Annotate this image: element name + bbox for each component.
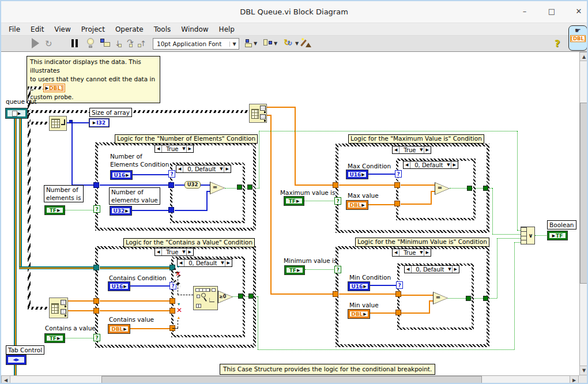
next-case-icon[interactable]: ▶ — [452, 266, 459, 273]
menu-project[interactable]: Project — [76, 24, 110, 35]
boolean-label: Boolean — [547, 220, 576, 229]
terminal-type: U16 — [111, 284, 123, 289]
i32-indicator[interactable]: ▶ I32 — [89, 119, 109, 127]
tunnel — [93, 265, 99, 270]
array-max-min-node[interactable] — [49, 298, 68, 318]
array-size-node[interactable] — [49, 116, 67, 131]
pause-icon[interactable] — [76, 39, 78, 47]
reorder-dropdown-icon[interactable]: ▼ — [295, 41, 299, 46]
case-selector[interactable]: ◀ True ▼ ▶ — [392, 249, 431, 257]
distribute-objects-icon[interactable] — [263, 39, 267, 46]
distribute-objects-dropdown-icon[interactable]: ▼ — [274, 41, 277, 46]
highlight-execution-icon-base — [89, 46, 92, 48]
array-strip-icon — [195, 288, 210, 292]
terminal-type: TF — [556, 233, 563, 239]
menu-operate[interactable]: Operate — [110, 24, 149, 35]
contains-value-control[interactable]: DBL ▶ — [108, 325, 130, 333]
font-selector-value: 10pt Application Font — [153, 40, 229, 47]
reorder-icon[interactable]: ↻ — [287, 40, 292, 47]
align-objects-icon[interactable] — [245, 43, 252, 47]
case-selector[interactable]: ◀ True ▼ ▶ — [154, 145, 194, 153]
num-elements-is-indicator[interactable]: TF ▶ — [45, 206, 65, 214]
next-case-icon[interactable]: ▶ — [186, 249, 193, 255]
boolean-wire — [535, 235, 548, 236]
next-case-icon[interactable]: ▶ — [225, 259, 232, 266]
next-case-icon[interactable]: ▶ — [186, 145, 193, 152]
run-button-icon[interactable] — [32, 38, 39, 48]
equal-node[interactable]: = — [210, 182, 225, 194]
prev-case-icon[interactable]: ◀ — [393, 146, 399, 153]
max-condition-control[interactable]: U16 ▶ — [346, 170, 368, 179]
maximize-button[interactable]: □ — [543, 3, 560, 20]
case-selector[interactable]: ◀ 0, Default ▼ ▶ — [176, 165, 231, 173]
distribute-objects-icon[interactable] — [269, 41, 272, 44]
menu-file[interactable]: File — [3, 24, 25, 35]
menu-view[interactable]: View — [49, 24, 76, 35]
equal-node[interactable]: = — [433, 292, 448, 304]
min-value-control[interactable]: DBL ▶ — [348, 310, 370, 318]
num-elements-condition-control[interactable]: U16 ▶ — [111, 171, 132, 179]
highlight-execution-icon[interactable] — [87, 38, 94, 45]
scroll-left-icon[interactable]: ◀ — [1, 375, 10, 384]
tunnel — [466, 296, 471, 301]
min-condition-control[interactable]: U16 ▶ — [348, 282, 370, 291]
chevron-down-icon[interactable]: ▼ — [229, 42, 239, 47]
prev-case-icon[interactable]: ◀ — [155, 145, 162, 152]
scroll-right-icon[interactable]: ▶ — [570, 375, 579, 384]
case-selector[interactable]: ◀ True ▼ ▶ — [154, 248, 194, 256]
menu-help[interactable]: Help — [214, 24, 240, 35]
context-help-icon[interactable]: ? — [555, 38, 560, 49]
case-selector[interactable]: ◀ 0, Default ▼ ▶ — [177, 259, 232, 267]
case-selector[interactable]: ◀ 0, Default ▼ ▶ — [403, 161, 458, 169]
pause-icon[interactable] — [71, 39, 74, 47]
case-selector[interactable]: ◀ True ▼ ▶ — [392, 146, 431, 154]
scroll-down-icon[interactable]: ▼ — [579, 366, 588, 375]
next-case-icon[interactable]: ▶ — [424, 249, 431, 256]
align-objects-icon[interactable] — [246, 39, 249, 43]
tab-control-terminal[interactable]: ◀▶ — [6, 355, 26, 364]
menu-tools[interactable]: Tools — [149, 24, 176, 35]
case-selector[interactable]: ◀ 0, Default ▼ ▶ — [404, 265, 459, 273]
maximum-value-is-indicator[interactable]: TF ▶ — [284, 197, 304, 205]
run-continuous-icon[interactable]: ↻ — [45, 39, 52, 49]
menu-window[interactable]: Window — [176, 24, 213, 35]
next-case-icon[interactable]: ▶ — [224, 165, 231, 172]
close-button[interactable]: ✕ — [570, 3, 587, 20]
terminal-type: DBL — [351, 311, 363, 317]
prev-case-icon[interactable]: ◀ — [405, 266, 412, 273]
align-objects-dropdown-icon[interactable]: ▼ — [254, 41, 257, 46]
next-case-icon[interactable]: ▶ — [451, 161, 458, 168]
case-selector-value: True — [162, 249, 182, 255]
next-case-icon[interactable]: ▶ — [424, 146, 431, 153]
array-max-min-node[interactable] — [249, 104, 267, 123]
vertical-scrollbar-thumb[interactable] — [580, 103, 588, 284]
retain-wire-values-icon[interactable] — [104, 42, 110, 47]
terminal-type: TF — [50, 208, 56, 213]
labview-window: DBL Queue.vi Block Diagram – □ ✕ File Ed… — [0, 0, 588, 384]
menu-edit[interactable]: Edit — [25, 24, 49, 35]
index-arrow-icon — [209, 298, 214, 302]
boolean-indicator[interactable]: ▶ TF — [548, 231, 567, 240]
queue-out-terminal[interactable]: ▶ — [6, 108, 27, 118]
prev-case-icon[interactable]: ◀ — [155, 249, 162, 255]
max-value-control[interactable]: DBL ▶ — [346, 201, 368, 209]
scroll-up-icon[interactable]: ▲ — [579, 52, 588, 61]
greater-equal-zero-node[interactable]: ≥0 — [218, 291, 233, 303]
prev-case-icon[interactable]: ◀ — [176, 165, 183, 172]
search-1d-array-node[interactable] — [193, 286, 218, 310]
prev-case-icon[interactable]: ◀ — [404, 161, 410, 168]
contains-condition-control[interactable]: U16 ▶ — [108, 282, 130, 291]
dbl-array-indicator[interactable]: ▶ DBL] — [43, 84, 65, 92]
horizontal-scrollbar-thumb[interactable] — [101, 376, 482, 384]
or-glyph: ∨ — [527, 227, 534, 244]
font-selector[interactable]: 10pt Application Font ▼ — [153, 38, 239, 50]
step-out-icon-box — [138, 44, 141, 47]
minimum-value-is-indicator[interactable]: TF ▶ — [285, 266, 304, 274]
contains-a-value-indicator[interactable]: TF ▶ — [45, 334, 65, 342]
compound-or-node[interactable]: ∨ — [521, 227, 535, 244]
prev-case-icon[interactable]: ◀ — [393, 249, 399, 256]
num-elements-value-control[interactable]: U32 ▶ — [110, 206, 131, 215]
equal-node[interactable]: = — [435, 182, 450, 195]
vi-icon[interactable]: ☛ [DBL] — [568, 25, 587, 51]
minimize-button[interactable]: – — [516, 3, 533, 20]
